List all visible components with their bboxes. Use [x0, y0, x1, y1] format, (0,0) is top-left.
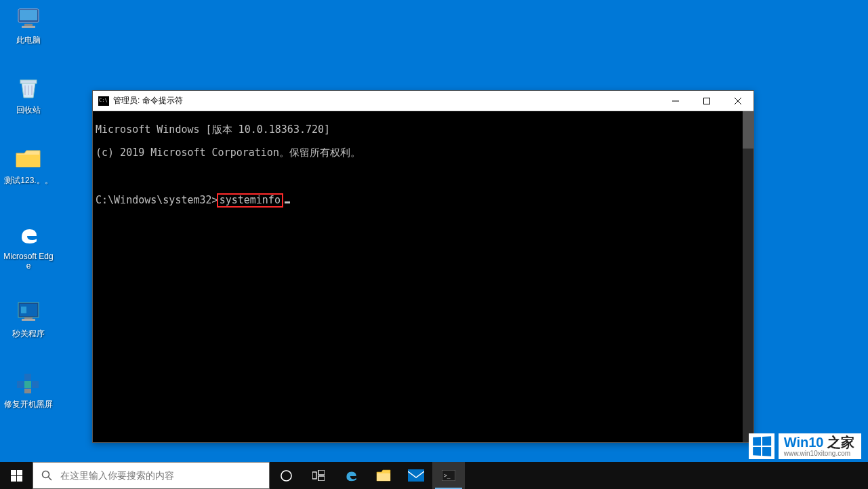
svg-rect-23 — [312, 472, 316, 479]
watermark-title: Win10 之家 — [784, 435, 854, 449]
svg-rect-1 — [20, 10, 37, 20]
svg-line-21 — [49, 477, 52, 481]
svg-rect-17 — [704, 98, 710, 104]
desktop-icon-folder[interactable]: 测试123.。。 — [3, 144, 54, 185]
edge-icon — [14, 220, 43, 249]
desktop-icon-label: 此电脑 — [16, 35, 41, 45]
cursor — [285, 201, 290, 203]
svg-rect-14 — [32, 381, 39, 388]
desktop-icon-label: 测试123.。。 — [4, 176, 52, 185]
taskbar-search[interactable] — [33, 462, 270, 489]
desktop-icon-fix-boot[interactable]: 修复开机黑屏 — [3, 368, 54, 409]
terminal-prompt-line: C:\Windows\system32>systeminfo — [96, 193, 751, 208]
taskbar-edge[interactable] — [335, 462, 367, 489]
recycle-bin-icon — [14, 74, 43, 102]
highlighted-command: systeminfo — [217, 193, 283, 208]
watermark-logo — [749, 433, 774, 459]
watermark-url: www.win10xitong.com — [784, 450, 854, 457]
pc-icon — [14, 4, 43, 33]
svg-rect-8 — [21, 307, 26, 313]
terminal-line: Microsoft Windows [版本 10.0.18363.720] — [96, 124, 751, 136]
taskbar-mail[interactable] — [400, 462, 432, 489]
svg-rect-2 — [24, 24, 33, 26]
desktop-icon-recycle-bin[interactable]: 回收站 — [3, 74, 54, 115]
fix-icon — [14, 368, 43, 397]
svg-rect-13 — [24, 374, 31, 380]
svg-rect-27 — [408, 469, 424, 482]
terminal-body[interactable]: Microsoft Windows [版本 10.0.18363.720] (c… — [93, 111, 753, 442]
search-input[interactable] — [60, 470, 269, 481]
scrollbar-thumb[interactable] — [743, 111, 753, 149]
desktop-icon-shutdown-app[interactable]: 秒关程序 — [3, 298, 54, 338]
app-icon — [14, 298, 43, 326]
taskbar-cortana[interactable] — [270, 462, 302, 489]
svg-rect-4 — [20, 80, 37, 83]
folder-icon — [14, 144, 43, 173]
watermark: Win10 之家 www.win10xitong.com — [749, 433, 861, 459]
svg-rect-3 — [22, 26, 35, 28]
minimize-button[interactable] — [660, 91, 691, 111]
svg-rect-24 — [318, 470, 325, 475]
svg-point-20 — [43, 471, 49, 478]
svg-point-22 — [281, 470, 291, 480]
close-button[interactable] — [722, 91, 753, 111]
svg-text:>_: >_ — [444, 473, 451, 479]
taskbar-file-explorer[interactable] — [367, 462, 400, 489]
terminal-prompt: C:\Windows\system32> — [96, 194, 218, 206]
svg-rect-26 — [377, 473, 390, 481]
svg-rect-12 — [24, 381, 31, 388]
taskbar-cmd[interactable]: >_ — [432, 462, 465, 489]
start-button[interactable] — [0, 462, 33, 489]
svg-rect-11 — [17, 381, 24, 388]
desktop-icon-label: 回收站 — [16, 105, 41, 115]
desktop-icon-label: 修复开机黑屏 — [4, 399, 53, 409]
titlebar[interactable]: 管理员: 命令提示符 — [93, 91, 753, 111]
taskbar: >_ — [0, 462, 868, 489]
cmd-window: 管理员: 命令提示符 Microsoft Windows [版本 10.0.18… — [92, 90, 754, 443]
svg-rect-25 — [318, 476, 325, 481]
maximize-button[interactable] — [691, 91, 722, 111]
svg-rect-10 — [22, 319, 35, 321]
search-icon — [33, 470, 60, 481]
desktop-icon-edge[interactable]: Microsoft Edge — [3, 220, 54, 271]
window-title: 管理员: 命令提示符 — [113, 95, 183, 106]
windows-logo-icon — [11, 470, 22, 482]
desktop-icon-label: Microsoft Edge — [3, 252, 54, 271]
desktop-icon-this-pc[interactable]: 此电脑 — [3, 4, 54, 45]
desktop-icon-label: 秒关程序 — [12, 329, 45, 338]
cmd-icon — [98, 96, 109, 106]
svg-rect-15 — [24, 389, 31, 393]
terminal-scrollbar[interactable] — [743, 111, 753, 442]
taskbar-task-view[interactable] — [302, 462, 335, 489]
terminal-line: (c) 2019 Microsoft Corporation。保留所有权利。 — [96, 147, 751, 159]
svg-rect-9 — [24, 317, 33, 319]
desktop[interactable]: 此电脑 回收站 测试123.。。 Microsoft Edge 秒关程序 修复开… — [0, 0, 868, 489]
